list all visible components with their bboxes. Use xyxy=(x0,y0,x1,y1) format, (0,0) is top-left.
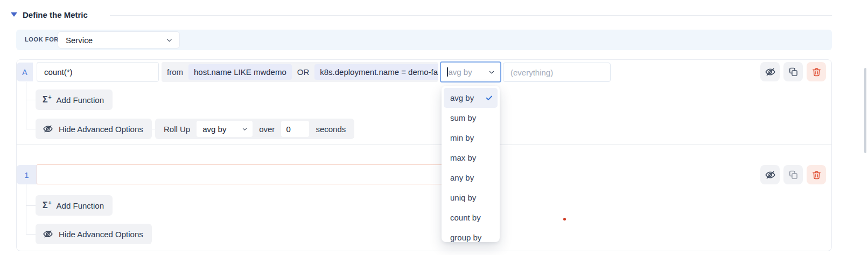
rollup-method-select[interactable]: avg by xyxy=(197,121,253,137)
chevron-down-icon xyxy=(166,37,173,44)
menu-scrollbar[interactable] xyxy=(864,68,866,153)
filter-operator-label: OR xyxy=(297,67,310,77)
hide-advanced-label: Hide Advanced Options xyxy=(59,230,143,239)
add-function-button[interactable]: Σ+ Add Function xyxy=(36,195,113,216)
text-caret xyxy=(447,67,448,77)
group-by-input[interactable] xyxy=(503,63,611,82)
dropdown-option-label: group by xyxy=(450,233,493,242)
red-dot xyxy=(563,218,566,220)
collapse-triangle-icon[interactable] xyxy=(11,12,17,17)
look-for-label: LOOK FOR xyxy=(25,36,59,43)
hide-advanced-options-button[interactable]: Hide Advanced Options xyxy=(36,119,152,139)
trash-icon xyxy=(811,67,822,77)
dropdown-option[interactable]: any by xyxy=(444,168,498,188)
delete-row-button[interactable] xyxy=(807,62,826,81)
rollup-interval-input[interactable] xyxy=(281,121,309,137)
dropdown-option[interactable]: group by xyxy=(444,228,498,242)
copy-icon xyxy=(788,169,799,180)
header-divider xyxy=(110,15,832,16)
aggregation-dropdown-menu: avg by sum by min by max by any by uniq … xyxy=(442,86,500,242)
row-divider xyxy=(16,144,832,145)
tree-connector xyxy=(26,184,26,234)
hide-row-button[interactable] xyxy=(760,165,780,184)
dropdown-option[interactable]: uniq by xyxy=(444,188,498,208)
look-for-select[interactable]: Service xyxy=(58,31,180,49)
aggregation-select[interactable]: avg by xyxy=(440,61,501,82)
look-for-value: Service xyxy=(66,36,93,45)
chevron-down-icon xyxy=(488,69,495,75)
hide-advanced-label: Hide Advanced Options xyxy=(59,125,143,134)
add-function-label: Add Function xyxy=(57,95,104,105)
dropdown-option[interactable]: avg by xyxy=(444,88,498,108)
add-function-button[interactable]: Σ+ Add Function xyxy=(36,89,113,110)
metric-expression-input[interactable] xyxy=(37,62,159,82)
tree-connector xyxy=(26,234,36,235)
seconds-label: seconds xyxy=(316,125,346,134)
dropdown-option[interactable]: count by xyxy=(444,208,498,228)
row-badge-1: 1 xyxy=(17,165,37,184)
filter-chip-host[interactable]: host.name LIKE mwdemo xyxy=(188,64,292,80)
tree-connector xyxy=(26,100,36,100)
query-input-row-1[interactable] xyxy=(37,164,484,184)
check-icon xyxy=(485,94,493,102)
trash-icon xyxy=(811,170,822,180)
eye-off-icon xyxy=(43,229,53,239)
dropdown-option[interactable]: sum by xyxy=(444,108,498,128)
dropdown-option-label: sum by xyxy=(450,113,493,122)
hide-row-button[interactable] xyxy=(760,62,780,81)
aggregation-placeholder: avg by xyxy=(449,67,489,77)
dropdown-option-label: uniq by xyxy=(450,193,493,202)
section-title: Define the Metric xyxy=(23,10,88,19)
rollup-method-value: avg by xyxy=(202,125,226,134)
duplicate-row-button[interactable] xyxy=(783,62,803,81)
dropdown-option-label: avg by xyxy=(450,93,485,102)
filter-strip: from host.name LIKE mwdemo OR k8s.deploy… xyxy=(162,62,438,82)
dropdown-option-label: count by xyxy=(450,213,493,222)
eye-off-icon xyxy=(765,169,776,181)
over-label: over xyxy=(259,125,275,134)
dropdown-option-label: max by xyxy=(450,153,493,162)
metric-panel xyxy=(16,59,832,251)
dropdown-option-label: min by xyxy=(450,133,493,142)
rollup-group: Roll Up avg by over seconds xyxy=(155,119,354,139)
tree-connector xyxy=(26,129,36,129)
sigma-plus-icon: Σ+ xyxy=(43,201,51,210)
copy-icon xyxy=(788,66,799,77)
filter-chip-k8s[interactable]: k8s.deployment.name = demo-fa xyxy=(314,64,438,80)
add-function-label: Add Function xyxy=(57,201,104,210)
row-badge-a: A xyxy=(17,63,33,81)
hide-advanced-options-button[interactable]: Hide Advanced Options xyxy=(36,224,152,244)
rollup-label: Roll Up xyxy=(164,125,190,134)
sigma-plus-icon: Σ+ xyxy=(43,95,51,105)
delete-row-button[interactable] xyxy=(807,165,826,184)
from-label: from xyxy=(167,67,183,77)
metric-builder-screen: Define the Metric LOOK FOR Service A fro… xyxy=(0,0,868,255)
tree-connector xyxy=(26,205,36,206)
dropdown-option[interactable]: max by xyxy=(444,148,498,168)
chevron-down-icon xyxy=(242,126,248,132)
eye-off-icon xyxy=(43,123,53,134)
tree-connector xyxy=(26,82,26,129)
dropdown-option-label: any by xyxy=(450,173,493,182)
eye-off-icon xyxy=(765,66,776,78)
duplicate-row-button[interactable] xyxy=(783,165,803,184)
dropdown-option[interactable]: min by xyxy=(444,128,498,148)
